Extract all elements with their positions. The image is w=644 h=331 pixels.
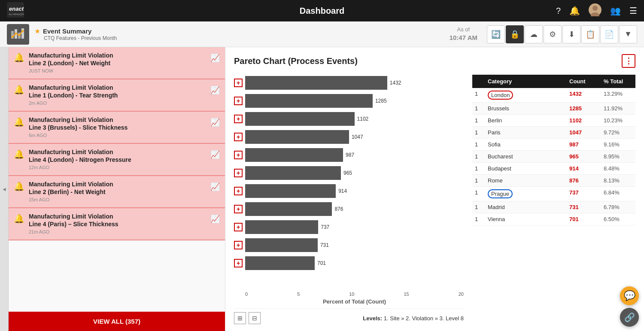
settings-button[interactable]: ⚙: [544, 25, 562, 43]
users-icon[interactable]: 👥: [610, 6, 621, 16]
chart-title: Pareto Chart (Process Events): [234, 56, 358, 66]
avatar[interactable]: [589, 3, 601, 18]
bar-expand-btn[interactable]: +: [234, 133, 243, 141]
td-category: Bucharest: [485, 151, 567, 162]
bar-container: 965: [245, 166, 464, 180]
event-title: Manufacturing Limit ViolationLine 4 (Lon…: [29, 148, 206, 164]
table-row: 1 Rome 876 8.13%: [472, 175, 635, 187]
bell-icon: 🔔: [14, 52, 24, 63]
view-chart-icon[interactable]: 📈: [210, 150, 220, 159]
bar-expand-btn[interactable]: +: [234, 241, 243, 249]
bar-expand-btn[interactable]: +: [234, 187, 243, 195]
link-button[interactable]: 🔗: [620, 308, 639, 327]
view-chart-icon[interactable]: 📈: [210, 53, 220, 63]
table-row: 1 Prague 737 6.84%: [472, 187, 635, 201]
expand-all-button[interactable]: ⊞: [234, 312, 246, 324]
event-item: 🔔 Manufacturing Limit ViolationLine 2 (B…: [9, 176, 225, 208]
collapse-tab[interactable]: ◀: [0, 47, 9, 331]
cloud-button[interactable]: ☁: [525, 25, 543, 43]
bar-expand-btn[interactable]: +: [234, 115, 243, 123]
collapse-all-button[interactable]: ⊟: [249, 312, 261, 324]
bar-expand-btn[interactable]: +: [234, 169, 243, 177]
td-category: Sofia: [485, 139, 567, 150]
event-title: Manufacturing Limit ViolationLine 4 (Par…: [29, 213, 206, 228]
event-text: Manufacturing Limit ViolationLine 2 (Lon…: [29, 52, 206, 73]
td-pct: 9.72%: [601, 127, 635, 138]
td-pct: 6.78%: [601, 201, 635, 213]
view-chart-icon[interactable]: 📈: [210, 182, 220, 191]
event-item: 🔔 Manufacturing Limit ViolationLine 1 (L…: [9, 79, 225, 112]
bar-row: + 1285: [234, 93, 464, 109]
event-text: Manufacturing Limit ViolationLine 4 (Par…: [29, 213, 206, 234]
bar-expand-btn[interactable]: +: [234, 79, 243, 87]
event-item: 🔔 Manufacturing Limit ViolationLine 4 (L…: [9, 144, 225, 176]
chart-options-button[interactable]: ⋮: [622, 54, 635, 68]
bar-value: 1285: [375, 98, 485, 104]
td-count: 965: [567, 151, 601, 162]
clipboard-button[interactable]: 📋: [581, 25, 599, 43]
refresh-button[interactable]: 🔄: [487, 25, 505, 43]
td-category: Rome: [485, 175, 567, 186]
bar-expand-btn[interactable]: +: [234, 259, 243, 267]
td-count: 1432: [567, 88, 601, 102]
bar-row: + 965: [234, 165, 464, 181]
bell-icon: 🔔: [14, 85, 24, 95]
svg-point-10: [12, 36, 14, 38]
bell-icon: 🔔: [14, 213, 24, 224]
bar-expand-btn[interactable]: +: [234, 205, 243, 213]
th-pct: % Total: [601, 75, 635, 88]
th-category: Category: [485, 75, 567, 88]
x-axis-label: Percent of Total (Count): [234, 298, 464, 305]
page-title: Dashboard: [300, 6, 344, 16]
x-axis: 0 5 10 15 20: [234, 290, 464, 297]
view-chart-icon[interactable]: 📈: [210, 214, 220, 224]
view-chart-icon[interactable]: 📈: [210, 85, 220, 95]
top-nav: enact by InfinityQS® Dashboard ? 🔔 👥 ☰: [0, 0, 644, 21]
bar-expand-btn[interactable]: +: [234, 223, 243, 231]
bar-fill: [245, 148, 343, 162]
header-info: ★ Event Summary CTQ Features - Previous …: [34, 27, 117, 41]
bar-container: 876: [245, 202, 464, 216]
bar-value: 876: [334, 206, 485, 212]
td-count: 737: [567, 187, 601, 201]
bar-row: + 701: [234, 255, 464, 271]
sub-header: ★ Event Summary CTQ Features - Previous …: [0, 21, 644, 47]
menu-icon[interactable]: ☰: [629, 6, 637, 16]
bar-value: 701: [317, 260, 485, 266]
levels-value: 1. Site » 2. Violation » 3. Level 8: [384, 315, 464, 322]
logo: enact by InfinityQS®: [7, 2, 27, 19]
event-text: Manufacturing Limit ViolationLine 1 (Lon…: [29, 84, 206, 106]
document-button[interactable]: 📄: [600, 25, 618, 43]
bar-container: 1102: [245, 112, 464, 126]
bar-row: + 876: [234, 201, 464, 217]
as-of-line1: As of: [450, 26, 477, 33]
view-all-button[interactable]: VIEW ALL (357): [9, 312, 225, 331]
bar-container: 1047: [245, 130, 464, 144]
td-pct: 8.48%: [601, 163, 635, 174]
bell-icon: 🔔: [14, 149, 24, 159]
bell-icon: 🔔: [14, 117, 24, 127]
bar-expand-btn[interactable]: +: [234, 97, 243, 105]
event-item: 🔔 Manufacturing Limit ViolationLine 3 (B…: [9, 112, 225, 144]
table-row: 1 Bucharest 965 8.95%: [472, 151, 635, 163]
event-title: Manufacturing Limit ViolationLine 2 (Ber…: [29, 180, 206, 196]
table-row: 1 Vienna 701 6.50%: [472, 213, 635, 225]
td-num: 1: [472, 175, 485, 186]
bar-fill: [245, 94, 373, 108]
chat-button[interactable]: 💬: [620, 286, 639, 305]
bar-expand-btn[interactable]: +: [234, 151, 243, 159]
bar-container: 987: [245, 148, 464, 162]
download-button[interactable]: ⬇: [562, 25, 580, 43]
td-count: 876: [567, 175, 601, 186]
td-category: Paris: [485, 127, 567, 138]
pareto-chart: + 1432 + 1285 + 1102 + 1047 + 987 +: [234, 75, 464, 324]
td-pct: 10.23%: [601, 115, 635, 126]
event-time: 2m AGO: [29, 100, 206, 106]
view-chart-icon[interactable]: 📈: [210, 118, 220, 127]
lock-button[interactable]: 🔒: [506, 25, 524, 43]
notification-icon[interactable]: 🔔: [569, 6, 580, 16]
bar-fill: [245, 76, 387, 90]
help-icon[interactable]: ?: [556, 6, 561, 16]
filter-button[interactable]: ▼: [619, 25, 637, 43]
bar-row: + 987: [234, 147, 464, 163]
